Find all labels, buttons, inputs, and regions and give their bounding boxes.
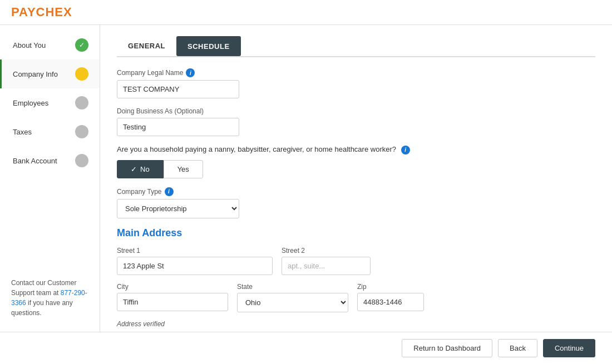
company-type-label: Company Type i [117,187,595,196]
sidebar-item-company-info[interactable]: Company Info [0,59,100,88]
return-dashboard-button[interactable]: Return to Dashboard [402,339,492,357]
street1-field: Street 1 [117,247,273,275]
footer: Return to Dashboard Back Continue [0,332,612,364]
street1-input[interactable] [117,257,273,275]
company-legal-name-input[interactable] [117,80,239,98]
household-question-group: Are you a household paying a nanny, baby… [117,145,595,178]
street2-input[interactable] [282,257,371,275]
dba-label: Doing Business As (Optional) [117,107,595,115]
sidebar-item-about-you[interactable]: About You ✓ [0,31,100,59]
street1-label: Street 1 [117,247,273,255]
inactive-icon [75,125,88,138]
header: PAYCHEX [0,0,612,25]
state-select[interactable]: Ohio Alabama Alaska California Florida N… [237,293,348,312]
company-type-info-icon[interactable]: i [165,187,174,196]
progress-icon [75,67,88,81]
city-input[interactable] [117,293,228,311]
address-verified-text: Address verified [117,320,595,328]
main-layout: About You ✓ Company Info Employees Taxes… [0,25,612,332]
city-label: City [117,283,228,291]
sidebar-support: Contact our Customer Support team at 877… [0,270,100,326]
tab-schedule[interactable]: SCHEDULE [176,36,241,56]
inactive-icon [75,96,88,109]
tab-general[interactable]: GENERAL [117,36,176,57]
street2-field: Street 2 [282,247,371,275]
street2-label: Street 2 [282,247,371,255]
yes-button[interactable]: Yes [164,160,203,178]
sidebar-item-taxes[interactable]: Taxes [0,117,100,146]
dba-group: Doing Business As (Optional) [117,107,595,136]
continue-button[interactable]: Continue [543,339,595,357]
company-type-select[interactable]: Sole Proprietorship Partnership Corporat… [117,199,239,218]
zip-field: Zip [357,283,424,312]
address-row-city-state-zip: City State Ohio Alabama Alaska Californi… [117,283,595,312]
state-label: State [237,283,348,291]
inactive-icon [75,154,88,167]
check-icon: ✓ [75,38,88,52]
zip-label: Zip [357,283,424,291]
city-field: City [117,283,228,312]
household-info-icon[interactable]: i [401,146,410,154]
state-field: State Ohio Alabama Alaska California Flo… [237,283,348,312]
main-address-title: Main Address [117,227,595,239]
back-button[interactable]: Back [498,339,537,357]
checkmark-icon: ✓ [131,165,137,173]
sidebar: About You ✓ Company Info Employees Taxes… [0,25,100,332]
company-legal-name-info-icon[interactable]: i [186,68,195,77]
sidebar-item-bank-account[interactable]: Bank Account [0,146,100,175]
sidebar-item-employees[interactable]: Employees [0,88,100,117]
content-area: GENERAL SCHEDULE Company Legal Name i Do… [100,25,612,332]
logo: PAYCHEX [11,5,72,19]
no-button[interactable]: ✓ No [117,160,164,178]
company-type-group: Company Type i Sole Proprietorship Partn… [117,187,595,218]
household-toggle-group: ✓ No Yes [117,160,595,178]
company-legal-name-label: Company Legal Name i [117,68,595,77]
zip-input[interactable] [357,293,424,311]
tab-bar: GENERAL SCHEDULE [117,36,595,57]
dba-input[interactable] [117,118,239,136]
address-row-street: Street 1 Street 2 [117,247,595,275]
company-legal-name-group: Company Legal Name i [117,68,595,98]
